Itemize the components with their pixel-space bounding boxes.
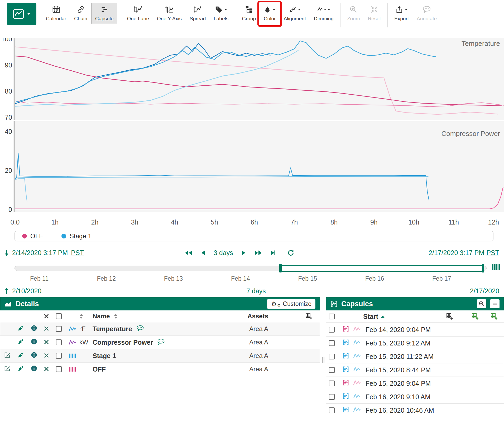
capsule-row-6[interactable]: Feb 16, 2020 10:46 AM [326,404,504,417]
fast-forward-icon[interactable] [254,250,262,256]
collapse-panel-button[interactable] [490,299,500,308]
display-range-duration[interactable]: 3 days [214,249,233,257]
comment-button[interactable] [136,325,144,333]
remove-button[interactable] [44,325,49,333]
row-checkbox[interactable] [56,326,62,332]
toolbar-item-dimming[interactable]: Dimming [310,3,338,24]
capsule-checkbox[interactable] [329,340,335,346]
capsule-row-5[interactable]: Feb 16, 2020 9:10 AM [326,390,504,404]
capsule-select-icon[interactable] [492,263,501,271]
info-button[interactable] [31,338,37,346]
capsule-row-0[interactable]: Feb 14, 2020 9:04 PM [326,323,504,337]
row-checkbox[interactable] [56,353,62,359]
slider-handle-left[interactable] [279,264,282,272]
step-backward-icon[interactable] [200,250,206,256]
navigate-button[interactable] [17,338,24,347]
sort-icon[interactable] [79,314,83,319]
add-stat-column-icon[interactable] [472,313,478,320]
one-y-axis-icon [165,6,174,13]
toolbar-item-labels[interactable]: Labels [210,3,232,24]
capsule-checkbox[interactable] [329,327,335,333]
skip-to-end-icon[interactable] [270,250,276,256]
details-row-compressor-power[interactable]: kWCompressor PowerArea A [0,336,320,349]
capsule-row-1[interactable]: Feb 15, 2020 9:12 AM [326,337,504,350]
display-range-start-timezone[interactable]: PST [71,249,84,257]
edit-button[interactable] [4,365,11,373]
refresh-icon[interactable] [287,250,294,256]
item-name: Temperature [93,325,132,333]
capsule-checkbox[interactable] [329,407,335,413]
details-column-assets[interactable]: Assets [229,313,268,320]
toolbar-item-alignment[interactable]: Alignment [280,3,310,24]
toolbar-item-calendar[interactable]: Calendar [42,3,70,24]
up-arrow-icon[interactable] [4,287,9,294]
details-row-temperature[interactable]: °FTemperatureArea A [0,322,320,336]
remove-all-icon[interactable] [44,314,49,319]
capsule-row-3[interactable]: Feb 15, 2020 8:44 PM [326,363,504,377]
info-button[interactable] [31,365,37,373]
remove-button[interactable] [44,365,49,373]
x-tick-label: 8h [330,218,338,226]
navigate-button[interactable] [17,365,24,373]
details-row-stage-1[interactable]: Stage 1Area A [0,349,320,363]
fast-backward-icon[interactable] [185,250,193,256]
investigate-range-start-date[interactable]: 2/10/2020 [12,287,41,295]
toolbar-item-label: Calendar [46,16,66,22]
legend-item-stage-1[interactable]: Stage 1 [61,232,92,240]
comment-button[interactable] [157,339,165,346]
capsules-column-start[interactable]: Start [363,313,378,320]
view-selector-button[interactable] [7,3,36,25]
panel-splitter[interactable] [320,297,326,424]
toolbar-item-color[interactable]: Color [260,3,280,24]
navigate-button[interactable] [17,325,24,333]
remove-button[interactable] [44,352,49,360]
row-checkbox[interactable] [56,366,62,372]
one-y-axis-icon-row [165,5,174,14]
capsule-row-2[interactable]: Feb 15, 2020 11:22 AM [326,350,504,363]
sort-icon[interactable] [114,314,118,319]
toolbar-item-one-y-axis[interactable]: One Y-Axis [153,3,186,24]
wave-icon [353,326,361,332]
toolbar-item-chain[interactable]: Chain [70,3,91,24]
add-column-icon[interactable] [305,313,312,320]
toolbar-item-one-lane[interactable]: One Lane [123,3,153,24]
toolbar-item-spread[interactable]: Spread [186,3,210,24]
customize-button[interactable]: ⚙⚙ Customize [267,299,315,309]
investigate-range-duration[interactable]: 7 days [246,286,266,296]
capsule-checkbox[interactable] [329,354,335,359]
details-column-name[interactable]: Name [93,313,110,320]
info-button[interactable] [31,325,37,333]
capsule-checkbox[interactable] [329,381,335,386]
investigate-range-end-date[interactable]: 2/17/2020 [470,286,499,296]
details-row-off[interactable]: OFFArea A [0,363,320,376]
info-button[interactable] [31,352,37,360]
slider-handle-right[interactable] [482,264,484,272]
trend-icon [13,9,24,19]
remove-button[interactable] [44,339,49,346]
zoom-to-capsule-button[interactable] [477,299,486,308]
step-forward-icon[interactable] [241,250,246,256]
toolbar-item-export[interactable]: Export [390,3,413,24]
investigate-range-slider[interactable] [15,264,487,272]
info-icon [31,352,37,358]
select-all-checkbox[interactable] [56,313,62,319]
capsules-select-all-checkbox[interactable] [329,314,335,319]
slider-selection[interactable] [280,265,483,272]
capsule-checkbox[interactable] [329,394,335,400]
toolbar-item-capsule[interactable]: Capsule [91,3,118,24]
capsule-row-4[interactable]: Feb 15, 2020 9:04 PM [326,377,504,390]
navigate-button[interactable] [17,352,24,360]
add-property-column-icon[interactable] [491,313,497,320]
row-checkbox[interactable] [56,339,62,345]
toolbar-item-group[interactable]: Group [238,3,260,24]
display-range-start-datetime[interactable]: 2/14/2020 3:17 PM [12,249,68,257]
add-column-icon[interactable] [446,313,453,320]
capsule-checkbox[interactable] [329,367,335,373]
edit-button[interactable] [4,352,11,360]
legend-item-off[interactable]: OFF [22,232,43,240]
spread-icon [193,6,202,13]
trend-chart[interactable]: 100908070Temperature40200Compressor Powe… [0,38,504,229]
display-range-end-timezone[interactable]: PST [486,249,499,257]
display-range-end-datetime[interactable]: 2/17/2020 3:17 PM [429,249,484,257]
down-arrow-icon[interactable] [4,249,9,256]
